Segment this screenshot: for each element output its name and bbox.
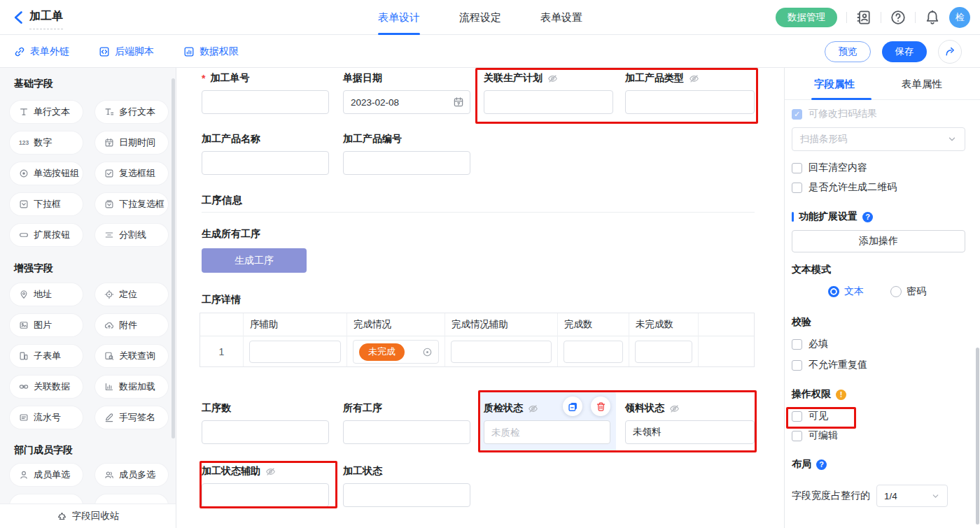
palette-item-number[interactable]: 123数字 (10, 131, 83, 154)
palette-item-select[interactable]: 下拉框 (10, 193, 83, 215)
warning-icon[interactable]: ! (836, 390, 846, 400)
scan-type-select[interactable]: 扫描条形码 (792, 127, 965, 151)
field-product-code[interactable]: 加工产品编号 (343, 133, 470, 175)
palette-item-checkbox-group[interactable]: 复选框组 (95, 162, 168, 185)
field-document-date[interactable]: 单据日期 (343, 72, 470, 114)
palette-item-linked-query[interactable]: 关联查询 (95, 345, 168, 367)
required-asterisk: * (202, 73, 205, 84)
radio-password[interactable] (890, 286, 902, 297)
field-width-select[interactable]: 1/4 (876, 485, 948, 507)
palette-item-data-load[interactable]: 数据加载 (95, 376, 168, 398)
palette-item-linked-data[interactable]: 关联数据 (10, 376, 83, 398)
field-product-name[interactable]: 加工产品名称 (202, 133, 329, 175)
field-process-order-no[interactable]: *加工单号 (202, 72, 329, 114)
contacts-book-icon[interactable] (856, 10, 872, 25)
table-undone-count-input[interactable] (635, 341, 692, 363)
tab-form-design[interactable]: 表单设计 (378, 0, 420, 35)
radio-text-selected[interactable] (828, 286, 839, 297)
material-status-input[interactable] (625, 420, 755, 444)
no-duplicate-checkbox[interactable] (792, 360, 802, 371)
tab-flow-setting[interactable]: 流程设定 (459, 0, 501, 35)
process-status-input[interactable] (343, 483, 470, 507)
process-status-aux-input[interactable] (202, 483, 329, 507)
user-avatar[interactable]: 检 (949, 7, 970, 28)
palette-item-date-time[interactable]: 日期时间 (95, 131, 168, 154)
required-checkbox[interactable] (792, 339, 802, 350)
tab-form-properties[interactable]: 表单属性 (902, 68, 942, 100)
palette-item-radio-group[interactable]: 单选按钮组 (10, 162, 83, 185)
preview-button[interactable]: 预览 (825, 41, 871, 62)
users-icon (104, 470, 114, 480)
data-permission-link[interactable]: 数据权限 (183, 45, 239, 58)
palette-item-extend-button[interactable]: 扩展按钮 (10, 224, 83, 246)
tab-field-properties[interactable]: 字段属性 (814, 68, 855, 100)
field-process-count[interactable]: 工序数 (202, 402, 329, 444)
palette-item-divider[interactable]: 分割线 (95, 224, 168, 246)
field-process-status-aux[interactable]: 加工状态辅助 (202, 465, 329, 507)
section-enhanced-fields: 增强字段 (14, 262, 53, 275)
visible-checkbox[interactable] (792, 411, 802, 422)
form-title[interactable]: 加工单 (29, 9, 63, 29)
document-date-input[interactable] (343, 90, 470, 114)
help-question-icon[interactable]: ? (862, 212, 873, 222)
palette-item-location[interactable]: 定位 (95, 283, 168, 306)
backend-script-link[interactable]: 后端脚本 (99, 45, 154, 58)
scan-result-label: 可修改扫码结果 (808, 108, 877, 120)
palette-item-member-single[interactable]: 成员单选 (10, 464, 83, 486)
allow-qrcode-checkbox[interactable] (792, 183, 802, 193)
qc-status-input[interactable] (484, 420, 610, 444)
palette-item-multi-select[interactable]: 下拉复选框 (95, 193, 168, 215)
palette-item-serial-number[interactable]: 流水号 (10, 406, 83, 429)
bar-chart-icon (104, 382, 114, 392)
table-aux-input[interactable] (249, 341, 341, 363)
editable-checkbox[interactable] (792, 431, 802, 441)
table-done-count-input[interactable] (564, 341, 623, 363)
palette-item-image[interactable]: 图片 (10, 314, 83, 336)
sidebar-scrollbar[interactable] (172, 78, 175, 438)
checkbox-checked-disabled[interactable]: ✓ (792, 109, 802, 120)
completion-status-select[interactable]: 未完成 (353, 340, 439, 364)
field-material-status[interactable]: 领料状态 (625, 402, 755, 444)
palette-item-subform[interactable]: 子表单 (10, 345, 83, 367)
help-question-icon[interactable]: ? (816, 459, 827, 470)
notification-bell-icon[interactable] (925, 10, 940, 25)
section-divider (202, 212, 755, 213)
product-type-input[interactable] (625, 90, 755, 114)
linked-production-plan-input[interactable] (484, 90, 613, 114)
palette-item-attachment[interactable]: 附件 (95, 314, 168, 336)
process-order-no-input[interactable] (202, 90, 329, 114)
property-tabs: 字段属性 表单属性 (785, 68, 980, 100)
all-process-input[interactable] (343, 420, 470, 444)
product-code-input[interactable] (343, 151, 470, 175)
data-manage-button[interactable]: 数据管理 (776, 8, 837, 27)
table-completion-aux-input[interactable] (451, 341, 552, 363)
divider (915, 12, 916, 23)
form-external-link[interactable]: 表单外链 (14, 45, 69, 58)
add-action-button[interactable]: 添加操作 (792, 230, 965, 252)
clear-on-enter-checkbox[interactable] (792, 163, 802, 173)
palette-item-multi-line-text[interactable]: 多行文本 (95, 101, 168, 123)
copy-field-button[interactable] (563, 397, 582, 416)
field-all-process[interactable]: 所有工序 (343, 402, 470, 444)
field-linked-production-plan[interactable]: 关联生产计划 (484, 72, 613, 114)
delete-field-button[interactable] (591, 397, 610, 416)
help-icon[interactable] (890, 10, 906, 25)
top-bar: 加工单 表单设计 流程设定 表单设置 数据管理 检 (0, 0, 980, 35)
palette-item-signature[interactable]: 手写签名 (95, 406, 168, 429)
save-button[interactable]: 保存 (882, 41, 927, 62)
section-basic-fields: 基础字段 (14, 78, 53, 90)
process-count-input[interactable] (202, 420, 329, 444)
share-button[interactable] (938, 40, 962, 64)
palette-item-address[interactable]: 地址 (10, 283, 83, 306)
generate-process-button[interactable]: 生成工序 (202, 248, 307, 273)
palette-item-single-line-text[interactable]: 单行文本 (10, 101, 83, 123)
palette-item-member-multi[interactable]: 成员多选 (95, 464, 168, 486)
product-name-input[interactable] (202, 151, 329, 175)
field-product-type[interactable]: 加工产品类型 (625, 72, 755, 114)
panel-scrollbar[interactable] (976, 348, 979, 525)
tab-form-setting[interactable]: 表单设置 (540, 0, 582, 35)
field-palette-sidebar: 基础字段 单行文本 多行文本 123数字 日期时间 单选按钮组 复选框组 下拉框… (0, 68, 176, 528)
back-icon[interactable] (11, 10, 27, 25)
field-recycle-bin[interactable]: 字段回收站 (0, 504, 176, 528)
field-process-status[interactable]: 加工状态 (343, 465, 470, 507)
